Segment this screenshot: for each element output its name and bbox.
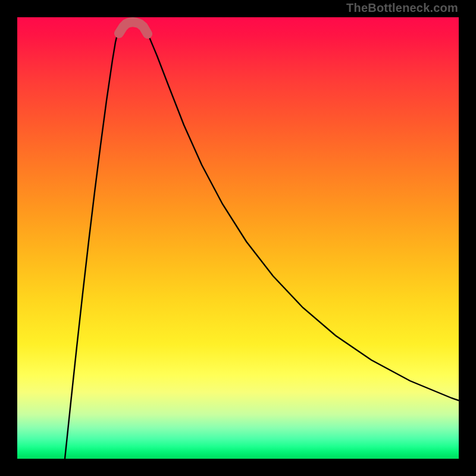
bottleneck-curve (65, 21, 459, 459)
valley-u-marker (119, 22, 148, 34)
chart-canvas: TheBottleneck.com (0, 0, 476, 476)
curve-layer (17, 17, 459, 459)
watermark-text: TheBottleneck.com (346, 1, 458, 15)
plot-area (17, 17, 459, 459)
